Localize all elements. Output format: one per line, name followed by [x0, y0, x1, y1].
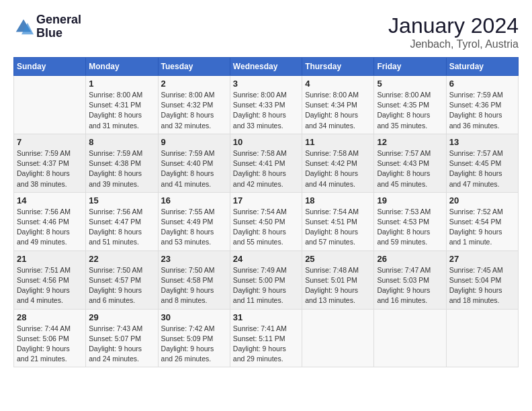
- day-number: 27: [449, 254, 515, 264]
- day-of-week-header: Thursday: [302, 58, 374, 76]
- calendar-body: 1Sunrise: 8:00 AM Sunset: 4:31 PM Daylig…: [14, 76, 519, 367]
- calendar-week-row: 14Sunrise: 7:56 AM Sunset: 4:46 PM Dayli…: [14, 192, 519, 250]
- calendar-cell: 19Sunrise: 7:53 AM Sunset: 4:53 PM Dayli…: [374, 192, 446, 250]
- day-number: 21: [17, 254, 83, 264]
- day-number: 8: [89, 137, 154, 147]
- calendar-week-row: 1Sunrise: 8:00 AM Sunset: 4:31 PM Daylig…: [14, 76, 519, 134]
- calendar-cell: 22Sunrise: 7:50 AM Sunset: 4:57 PM Dayli…: [86, 250, 158, 309]
- day-number: 13: [449, 137, 515, 147]
- day-number: 15: [89, 195, 154, 205]
- day-info: Sunrise: 7:52 AM Sunset: 4:54 PM Dayligh…: [449, 207, 515, 248]
- day-info: Sunrise: 7:49 AM Sunset: 5:00 PM Dayligh…: [233, 265, 299, 306]
- day-info: Sunrise: 7:41 AM Sunset: 5:11 PM Dayligh…: [233, 324, 299, 365]
- calendar-cell: [14, 76, 86, 134]
- days-of-week-row: SundayMondayTuesdayWednesdayThursdayFrid…: [14, 58, 519, 76]
- day-number: 25: [305, 254, 371, 264]
- day-info: Sunrise: 7:59 AM Sunset: 4:38 PM Dayligh…: [89, 148, 154, 189]
- day-info: Sunrise: 7:58 AM Sunset: 4:41 PM Dayligh…: [233, 148, 299, 189]
- day-info: Sunrise: 7:50 AM Sunset: 4:58 PM Dayligh…: [161, 265, 227, 306]
- logo: General Blue: [13, 13, 81, 40]
- day-number: 10: [233, 137, 299, 147]
- calendar-cell: 8Sunrise: 7:59 AM Sunset: 4:38 PM Daylig…: [86, 134, 158, 192]
- day-number: 22: [89, 254, 154, 264]
- day-of-week-header: Monday: [86, 58, 158, 76]
- calendar-cell: [302, 309, 374, 367]
- day-of-week-header: Tuesday: [158, 58, 230, 76]
- day-info: Sunrise: 7:50 AM Sunset: 4:57 PM Dayligh…: [89, 265, 154, 306]
- calendar-cell: 1Sunrise: 8:00 AM Sunset: 4:31 PM Daylig…: [86, 76, 158, 134]
- day-number: 9: [161, 137, 227, 147]
- day-info: Sunrise: 7:51 AM Sunset: 4:56 PM Dayligh…: [17, 265, 83, 306]
- day-number: 26: [377, 254, 443, 264]
- calendar-cell: 5Sunrise: 8:00 AM Sunset: 4:35 PM Daylig…: [374, 76, 446, 134]
- day-info: Sunrise: 7:43 AM Sunset: 5:07 PM Dayligh…: [89, 324, 154, 365]
- day-number: 11: [305, 137, 371, 147]
- day-info: Sunrise: 8:00 AM Sunset: 4:34 PM Dayligh…: [305, 90, 371, 131]
- day-info: Sunrise: 7:48 AM Sunset: 5:01 PM Dayligh…: [305, 265, 371, 306]
- day-info: Sunrise: 7:47 AM Sunset: 5:03 PM Dayligh…: [377, 265, 443, 306]
- calendar-cell: 30Sunrise: 7:42 AM Sunset: 5:09 PM Dayli…: [158, 309, 230, 367]
- day-number: 12: [377, 137, 443, 147]
- calendar-cell: 13Sunrise: 7:57 AM Sunset: 4:45 PM Dayli…: [446, 134, 518, 192]
- calendar-cell: 24Sunrise: 7:49 AM Sunset: 5:00 PM Dayli…: [230, 250, 302, 309]
- day-info: Sunrise: 7:55 AM Sunset: 4:49 PM Dayligh…: [161, 207, 227, 248]
- day-info: Sunrise: 7:56 AM Sunset: 4:46 PM Dayligh…: [17, 207, 83, 248]
- day-info: Sunrise: 7:59 AM Sunset: 4:36 PM Dayligh…: [449, 90, 515, 131]
- calendar-cell: 11Sunrise: 7:58 AM Sunset: 4:42 PM Dayli…: [302, 134, 374, 192]
- day-info: Sunrise: 7:57 AM Sunset: 4:45 PM Dayligh…: [449, 148, 515, 189]
- day-number: 18: [305, 195, 371, 205]
- day-number: 16: [161, 195, 227, 205]
- calendar-cell: 10Sunrise: 7:58 AM Sunset: 4:41 PM Dayli…: [230, 134, 302, 192]
- header: General Blue January 2024 Jenbach, Tyrol…: [13, 13, 519, 50]
- day-of-week-header: Sunday: [14, 58, 86, 76]
- subtitle: Jenbach, Tyrol, Austria: [388, 38, 519, 50]
- day-info: Sunrise: 8:00 AM Sunset: 4:31 PM Dayligh…: [89, 90, 154, 131]
- day-info: Sunrise: 8:00 AM Sunset: 4:35 PM Dayligh…: [377, 90, 443, 131]
- day-info: Sunrise: 7:42 AM Sunset: 5:09 PM Dayligh…: [161, 324, 227, 365]
- calendar-cell: 21Sunrise: 7:51 AM Sunset: 4:56 PM Dayli…: [14, 250, 86, 309]
- day-info: Sunrise: 7:59 AM Sunset: 4:37 PM Dayligh…: [17, 148, 83, 189]
- calendar-cell: [374, 309, 446, 367]
- calendar-cell: 29Sunrise: 7:43 AM Sunset: 5:07 PM Dayli…: [86, 309, 158, 367]
- day-of-week-header: Wednesday: [230, 58, 302, 76]
- calendar-cell: 9Sunrise: 7:59 AM Sunset: 4:40 PM Daylig…: [158, 134, 230, 192]
- calendar-cell: [446, 309, 518, 367]
- calendar-header: SundayMondayTuesdayWednesdayThursdayFrid…: [14, 58, 519, 76]
- day-number: 31: [233, 312, 299, 322]
- day-info: Sunrise: 7:56 AM Sunset: 4:47 PM Dayligh…: [89, 207, 154, 248]
- calendar-cell: 16Sunrise: 7:55 AM Sunset: 4:49 PM Dayli…: [158, 192, 230, 250]
- calendar-cell: 6Sunrise: 7:59 AM Sunset: 4:36 PM Daylig…: [446, 76, 518, 134]
- calendar-cell: 20Sunrise: 7:52 AM Sunset: 4:54 PM Dayli…: [446, 192, 518, 250]
- title-section: January 2024 Jenbach, Tyrol, Austria: [388, 13, 519, 50]
- day-number: 23: [161, 254, 227, 264]
- day-info: Sunrise: 7:53 AM Sunset: 4:53 PM Dayligh…: [377, 207, 443, 248]
- day-info: Sunrise: 7:58 AM Sunset: 4:42 PM Dayligh…: [305, 148, 371, 189]
- calendar-cell: 2Sunrise: 8:00 AM Sunset: 4:32 PM Daylig…: [158, 76, 230, 134]
- day-info: Sunrise: 7:44 AM Sunset: 5:06 PM Dayligh…: [17, 324, 83, 365]
- day-number: 7: [17, 137, 83, 147]
- calendar-week-row: 21Sunrise: 7:51 AM Sunset: 4:56 PM Dayli…: [14, 250, 519, 309]
- calendar-cell: 12Sunrise: 7:57 AM Sunset: 4:43 PM Dayli…: [374, 134, 446, 192]
- day-info: Sunrise: 7:59 AM Sunset: 4:40 PM Dayligh…: [161, 148, 227, 189]
- calendar-cell: 28Sunrise: 7:44 AM Sunset: 5:06 PM Dayli…: [14, 309, 86, 367]
- day-number: 17: [233, 195, 299, 205]
- day-info: Sunrise: 7:45 AM Sunset: 5:04 PM Dayligh…: [449, 265, 515, 306]
- day-number: 24: [233, 254, 299, 264]
- logo-icon: [13, 17, 34, 37]
- day-number: 3: [233, 79, 299, 89]
- calendar-cell: 25Sunrise: 7:48 AM Sunset: 5:01 PM Dayli…: [302, 250, 374, 309]
- calendar-week-row: 7Sunrise: 7:59 AM Sunset: 4:37 PM Daylig…: [14, 134, 519, 192]
- day-number: 14: [17, 195, 83, 205]
- calendar-cell: 4Sunrise: 8:00 AM Sunset: 4:34 PM Daylig…: [302, 76, 374, 134]
- calendar-cell: 3Sunrise: 8:00 AM Sunset: 4:33 PM Daylig…: [230, 76, 302, 134]
- calendar-cell: 27Sunrise: 7:45 AM Sunset: 5:04 PM Dayli…: [446, 250, 518, 309]
- calendar-cell: 18Sunrise: 7:54 AM Sunset: 4:51 PM Dayli…: [302, 192, 374, 250]
- calendar-cell: 14Sunrise: 7:56 AM Sunset: 4:46 PM Dayli…: [14, 192, 86, 250]
- day-of-week-header: Saturday: [446, 58, 518, 76]
- day-info: Sunrise: 8:00 AM Sunset: 4:33 PM Dayligh…: [233, 90, 299, 131]
- day-number: 19: [377, 195, 443, 205]
- calendar-cell: 31Sunrise: 7:41 AM Sunset: 5:11 PM Dayli…: [230, 309, 302, 367]
- day-info: Sunrise: 8:00 AM Sunset: 4:32 PM Dayligh…: [161, 90, 227, 131]
- calendar-cell: 7Sunrise: 7:59 AM Sunset: 4:37 PM Daylig…: [14, 134, 86, 192]
- day-number: 4: [305, 79, 371, 89]
